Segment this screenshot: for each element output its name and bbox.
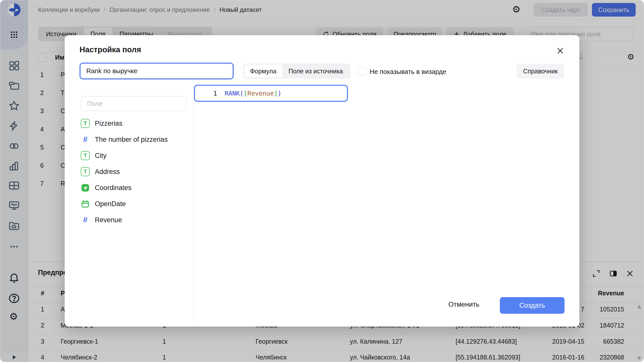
formula-token-bracket: ] bbox=[274, 90, 278, 97]
date-type-icon bbox=[81, 199, 90, 208]
modal-field-search-input[interactable] bbox=[81, 96, 186, 111]
modal-panel-divider bbox=[194, 83, 194, 327]
formula-token-field: Revenue bbox=[247, 90, 274, 97]
geo-type-icon bbox=[81, 183, 90, 192]
hide-in-wizard-label: Не показывать в визарде bbox=[370, 68, 446, 76]
field-list-label: Pizzerias bbox=[95, 120, 123, 127]
field-mode-segmented-control: Формула Поле из источника bbox=[243, 64, 350, 79]
formula-code[interactable]: RANK([Revenue]) bbox=[225, 90, 281, 97]
formula-token-keyword: RANK bbox=[225, 90, 240, 97]
field-list-item[interactable]: Coordinates bbox=[81, 182, 132, 193]
string-type-icon: T bbox=[81, 167, 90, 176]
formula-editor[interactable]: 1 RANK([Revenue]) bbox=[194, 85, 348, 102]
dictionary-button[interactable]: Справочник bbox=[516, 64, 564, 79]
formula-editor-topline bbox=[196, 87, 345, 87]
field-list-label: OpenDate bbox=[95, 200, 126, 208]
formula-token-paren: ) bbox=[278, 90, 281, 97]
formula-token-bracket: [ bbox=[244, 90, 247, 97]
field-list-label: The number of pizzerias bbox=[95, 136, 168, 144]
field-list-label: Address bbox=[95, 168, 120, 176]
string-type-icon: T bbox=[81, 119, 90, 128]
field-list-item[interactable]: T City bbox=[81, 150, 107, 161]
modal-close-icon[interactable] bbox=[556, 46, 565, 55]
field-list-item[interactable]: # The number of pizzerias bbox=[81, 134, 168, 145]
field-list-label: Revenue bbox=[95, 216, 122, 224]
hide-in-wizard-checkbox[interactable] bbox=[357, 67, 366, 76]
number-type-icon: # bbox=[81, 135, 90, 144]
field-list-item[interactable]: T Pizzerias bbox=[81, 118, 123, 129]
field-list-item[interactable]: OpenDate bbox=[81, 198, 126, 209]
create-button[interactable]: Создать bbox=[500, 297, 565, 314]
field-list-label: Coordinates bbox=[95, 184, 132, 192]
field-list-item[interactable]: # Revenue bbox=[81, 214, 122, 225]
number-type-icon: # bbox=[81, 215, 90, 224]
modal-title: Настройка поля bbox=[79, 45, 141, 54]
mode-tab-source-field[interactable]: Поле из источника bbox=[283, 65, 349, 78]
string-type-icon: T bbox=[81, 151, 90, 160]
formula-token-paren: ( bbox=[240, 90, 244, 97]
formula-line-number: 1 bbox=[195, 90, 225, 97]
app-window: ⚙ Коллекции и воркбуки / Организации: сп… bbox=[0, 0, 644, 362]
field-name-input[interactable] bbox=[80, 64, 233, 78]
field-settings-modal: Настройка поля Формула Поле из источника… bbox=[65, 35, 579, 327]
mode-tab-formula[interactable]: Формула bbox=[244, 65, 283, 78]
field-name-input-wrapper bbox=[79, 63, 234, 79]
field-list-item[interactable]: T Address bbox=[81, 166, 120, 177]
field-list-label: City bbox=[95, 152, 107, 160]
cancel-button[interactable]: Отменить bbox=[441, 301, 487, 310]
